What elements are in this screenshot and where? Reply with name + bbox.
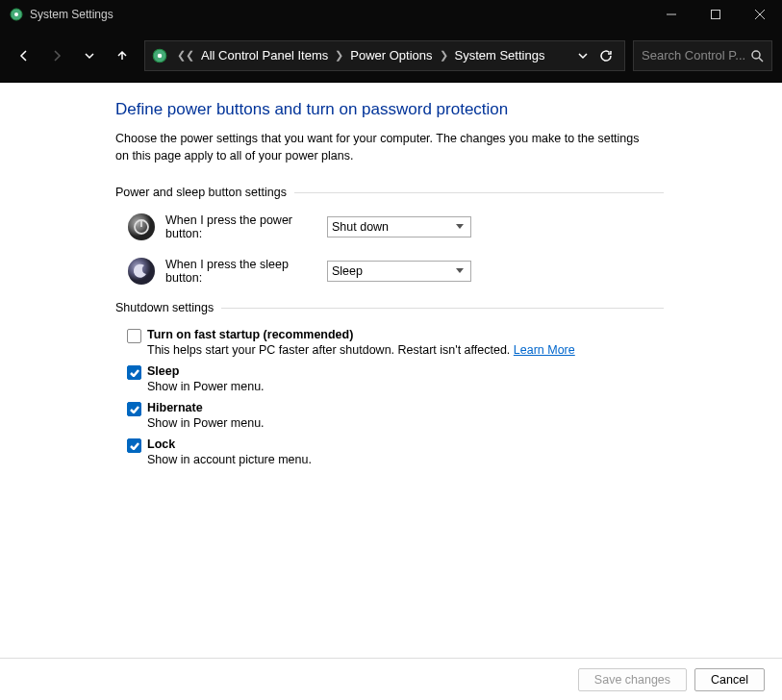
- titlebar: System Settings: [0, 0, 782, 29]
- fast-startup-desc: This helps start your PC faster after sh…: [147, 343, 575, 357]
- hibernate-desc: Show in Power menu.: [147, 416, 265, 430]
- window-title: System Settings: [30, 8, 649, 21]
- sleep-button-label: When I press the sleep button:: [165, 258, 327, 285]
- breadcrumb-item[interactable]: Power Options: [346, 48, 436, 62]
- breadcrumb-item[interactable]: System Settings: [451, 48, 549, 62]
- power-button-select[interactable]: Shut down: [327, 216, 471, 238]
- hibernate-checkbox[interactable]: [127, 402, 141, 416]
- navbar: ❮❮ All Control Panel Items ❯ Power Optio…: [0, 29, 782, 83]
- app-icon: [9, 7, 24, 22]
- refresh-icon[interactable]: [599, 49, 613, 62]
- chevron-right-icon: ❯: [437, 49, 451, 62]
- lock-desc: Show in account picture menu.: [147, 453, 312, 466]
- fast-startup-label: Turn on fast startup (recommended): [147, 328, 575, 341]
- lock-label: Lock: [147, 438, 312, 451]
- sleep-button-select[interactable]: Sleep: [327, 261, 471, 282]
- svg-point-8: [752, 51, 760, 59]
- sleep-desc: Show in Power menu.: [147, 380, 265, 393]
- breadcrumb-item[interactable]: All Control Panel Items: [197, 48, 332, 62]
- back-button[interactable]: [10, 41, 38, 70]
- page-description: Choose the power settings that you want …: [115, 131, 654, 164]
- learn-more-link[interactable]: Learn More: [514, 343, 575, 357]
- svg-rect-3: [712, 11, 720, 19]
- save-button[interactable]: Save changes: [578, 668, 687, 691]
- sleep-checkbox[interactable]: [127, 365, 141, 380]
- chevron-down-icon[interactable]: [578, 51, 588, 61]
- close-button[interactable]: [738, 0, 782, 29]
- search-placeholder: Search Control P...: [642, 48, 750, 62]
- up-button[interactable]: [108, 41, 137, 70]
- power-button-label: When I press the power button:: [165, 213, 327, 240]
- power-button-icon: [127, 212, 156, 241]
- breadcrumb[interactable]: ❮❮ All Control Panel Items ❯ Power Optio…: [144, 40, 625, 71]
- section-header-shutdown: Shutdown settings: [115, 301, 664, 314]
- control-panel-icon: [151, 47, 168, 64]
- cancel-button[interactable]: Cancel: [694, 668, 765, 691]
- maximize-button[interactable]: [694, 0, 738, 29]
- content-area: Define power buttons and turn on passwor…: [0, 83, 782, 658]
- chevron-right-icon: ❮❮: [174, 49, 197, 62]
- recent-locations-button[interactable]: [75, 41, 104, 70]
- sleep-button-icon: [127, 257, 156, 286]
- page-title: Define power buttons and turn on passwor…: [115, 100, 782, 119]
- minimize-button[interactable]: [649, 0, 694, 29]
- hibernate-label: Hibernate: [147, 401, 265, 414]
- sleep-label: Sleep: [147, 364, 265, 378]
- svg-point-1: [14, 12, 18, 16]
- chevron-right-icon: ❯: [332, 49, 346, 62]
- svg-line-9: [759, 58, 763, 62]
- search-icon: [750, 49, 764, 62]
- footer: Save changes Cancel: [0, 658, 782, 700]
- section-header-power-sleep: Power and sleep button settings: [115, 186, 664, 199]
- fast-startup-checkbox[interactable]: [127, 329, 141, 343]
- forward-button[interactable]: [42, 41, 71, 70]
- lock-checkbox[interactable]: [127, 438, 141, 453]
- search-input[interactable]: Search Control P...: [633, 40, 772, 71]
- svg-point-7: [158, 53, 163, 58]
